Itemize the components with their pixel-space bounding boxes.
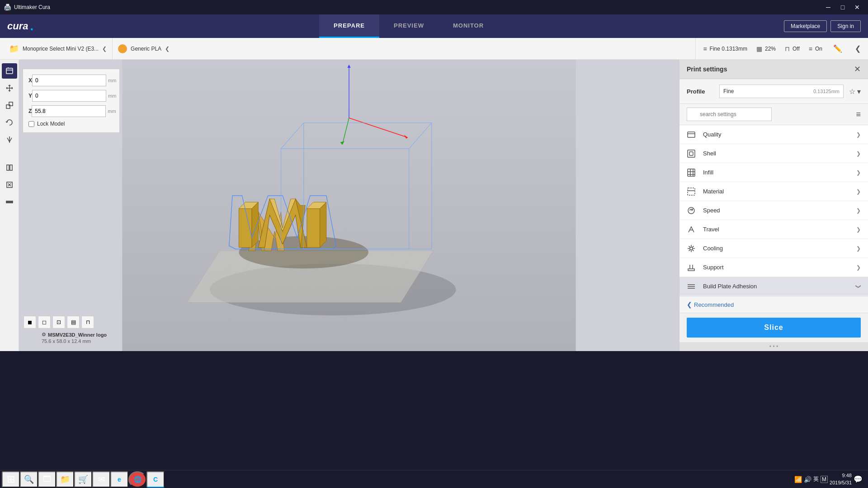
search-wrap: 🔍 bbox=[687, 108, 852, 121]
print-settings-close-button[interactable]: ✕ bbox=[854, 64, 861, 74]
category-build-plate[interactable]: Build Plate Adhesion ❯ bbox=[679, 277, 868, 296]
tab-prepare[interactable]: PREPARE bbox=[319, 14, 379, 38]
material-cat-icon bbox=[687, 187, 699, 196]
taskbar-store-button[interactable]: 🛒 bbox=[74, 471, 92, 488]
shell-cat-label: Shell bbox=[699, 150, 856, 157]
svg-rect-3 bbox=[7, 165, 9, 170]
filter-button[interactable]: ≡ bbox=[856, 110, 861, 119]
minimize-button[interactable]: ─ bbox=[821, 0, 835, 14]
svg-marker-41 bbox=[320, 202, 326, 247]
svg-rect-1 bbox=[6, 105, 10, 108]
tool-support-blocker[interactable] bbox=[2, 177, 17, 192]
material-section[interactable]: Generic PLA ❮ bbox=[113, 38, 695, 60]
taskbar-search-button[interactable]: 🔍 bbox=[20, 471, 38, 488]
category-support[interactable]: Support ❯ bbox=[679, 258, 868, 277]
subheader: 📁 Monoprice Select Mini V2 (E3... ❮ Gene… bbox=[0, 38, 868, 60]
profile-select[interactable]: Fine 0.13125mm bbox=[719, 84, 844, 98]
svg-rect-81 bbox=[688, 269, 694, 271]
quality-chevron-icon: ❯ bbox=[856, 131, 861, 138]
collapse-panel-button[interactable]: ❮ bbox=[851, 42, 864, 55]
taskbar-network-icon: 📶 bbox=[794, 476, 802, 483]
support-setting: ⊓ Off bbox=[785, 45, 800, 52]
view-solid-icon[interactable]: ◼ bbox=[24, 316, 36, 328]
signin-button[interactable]: Sign in bbox=[830, 20, 861, 32]
taskbar-browser1-button[interactable]: e bbox=[110, 471, 128, 488]
tool-open-file[interactable] bbox=[2, 63, 17, 79]
taskbar: ⊞ 🔍 🗔 📁 🛒 ✉ e 🌐 C 📶 🔊 英 M 9:48 2019/5/31… bbox=[0, 470, 868, 488]
profile-star-button[interactable]: ☆ bbox=[849, 87, 855, 96]
settings-search-input[interactable] bbox=[687, 108, 772, 121]
category-quality[interactable]: Quality ❯ bbox=[679, 125, 868, 144]
taskbar-task-view-button[interactable]: 🗔 bbox=[38, 471, 56, 488]
marketplace-button[interactable]: Marketplace bbox=[784, 20, 827, 32]
view-support-icon[interactable]: ⊓ bbox=[81, 316, 94, 328]
view-wireframe-icon[interactable]: ◻ bbox=[38, 316, 51, 328]
resize-handle[interactable]: • • • bbox=[679, 342, 868, 351]
tool-rotate[interactable] bbox=[2, 115, 17, 130]
tab-preview[interactable]: PREVIEW bbox=[379, 14, 439, 38]
tool-scale[interactable] bbox=[2, 98, 17, 113]
svg-rect-61 bbox=[688, 150, 695, 157]
nav-right: Marketplace Sign in bbox=[784, 20, 861, 32]
svg-line-77 bbox=[689, 246, 690, 247]
material-badge bbox=[118, 44, 127, 53]
edit-settings-button[interactable]: ✏️ bbox=[831, 42, 844, 55]
svg-rect-2 bbox=[9, 102, 13, 106]
z-input[interactable] bbox=[32, 105, 106, 117]
material-chevron-icon: ❮ bbox=[165, 46, 170, 52]
svg-rect-68 bbox=[688, 188, 695, 195]
tool-per-model[interactable] bbox=[2, 160, 17, 175]
taskbar-browser2-button[interactable]: 🌐 bbox=[128, 471, 146, 488]
x-coord-row: X mm bbox=[28, 75, 114, 86]
print-settings-panel: Print settings ✕ Profile Fine 0.13125mm … bbox=[679, 60, 868, 351]
taskbar-mail-button[interactable]: ✉ bbox=[92, 471, 110, 488]
category-cooling[interactable]: Cooling ❯ bbox=[679, 239, 868, 258]
tab-monitor[interactable]: MONITOR bbox=[439, 14, 498, 38]
z-unit: mm bbox=[106, 108, 116, 114]
infill-cat-icon bbox=[687, 168, 699, 177]
tool-mirror[interactable] bbox=[2, 132, 17, 147]
tool-move[interactable] bbox=[2, 80, 17, 96]
recommended-button[interactable]: ❮ Recommended bbox=[687, 301, 734, 308]
category-shell[interactable]: Shell ❯ bbox=[679, 144, 868, 163]
titlebar-controls[interactable]: ─ □ ✕ bbox=[821, 0, 864, 14]
taskbar-cura-button[interactable]: C bbox=[146, 471, 165, 488]
category-infill[interactable]: Infill ❯ bbox=[679, 163, 868, 182]
support-chevron-icon: ❯ bbox=[856, 264, 861, 271]
svg-rect-59 bbox=[688, 132, 695, 137]
model-name-row: ⚙ MSMV2E3D_Winner logo bbox=[42, 332, 107, 338]
slice-button[interactable]: Slice bbox=[687, 318, 861, 338]
print-settings-title: Print settings bbox=[687, 66, 727, 73]
view-layers-icon[interactable]: ▤ bbox=[67, 316, 80, 328]
tool-cutting-plane[interactable] bbox=[2, 194, 17, 210]
model-info: ⚙ MSMV2E3D_Winner logo 75.6 x 58.0 x 12.… bbox=[42, 332, 107, 344]
y-input[interactable] bbox=[32, 90, 106, 102]
adhesion-setting: ≡ On bbox=[809, 45, 822, 52]
profile-row: Profile Fine 0.13125mm ☆ ▾ bbox=[679, 79, 868, 104]
taskbar-explorer-button[interactable]: 📁 bbox=[56, 471, 74, 488]
printer-section[interactable]: 📁 Monoprice Select Mini V2 (E3... ❮ bbox=[4, 38, 113, 60]
category-speed[interactable]: Speed ❯ bbox=[679, 201, 868, 220]
view-xray-icon[interactable]: ⊡ bbox=[52, 316, 65, 328]
lock-model-checkbox[interactable] bbox=[28, 121, 34, 127]
close-button[interactable]: ✕ bbox=[850, 0, 864, 14]
taskbar-notification-icon[interactable]: 💬 bbox=[854, 475, 863, 483]
infill-cat-label: Infill bbox=[699, 169, 856, 176]
category-material[interactable]: Material ❯ bbox=[679, 182, 868, 201]
profile-dropdown-button[interactable]: ▾ bbox=[857, 87, 861, 96]
material-cat-label: Material bbox=[699, 188, 856, 195]
model-dimensions: 75.6 x 58.0 x 12.4 mm bbox=[42, 338, 107, 344]
taskbar-start-button[interactable]: ⊞ bbox=[2, 471, 20, 488]
category-travel[interactable]: Travel ❯ bbox=[679, 220, 868, 239]
shell-chevron-icon: ❯ bbox=[856, 150, 861, 157]
infill-icon: ▦ bbox=[756, 45, 762, 52]
cooling-cat-icon bbox=[687, 244, 699, 253]
material-chevron-icon: ❯ bbox=[856, 188, 861, 195]
titlebar-left: 🖨️ Ultimaker Cura bbox=[4, 4, 50, 11]
quality-value: Fine 0.1313mm bbox=[710, 46, 747, 52]
x-input[interactable] bbox=[32, 75, 106, 86]
svg-rect-62 bbox=[689, 152, 693, 155]
taskbar-clock[interactable]: 9:48 2019/5/31 bbox=[830, 472, 852, 486]
recommended-chevron-icon: ❮ bbox=[687, 301, 692, 308]
maximize-button[interactable]: □ bbox=[835, 0, 850, 14]
